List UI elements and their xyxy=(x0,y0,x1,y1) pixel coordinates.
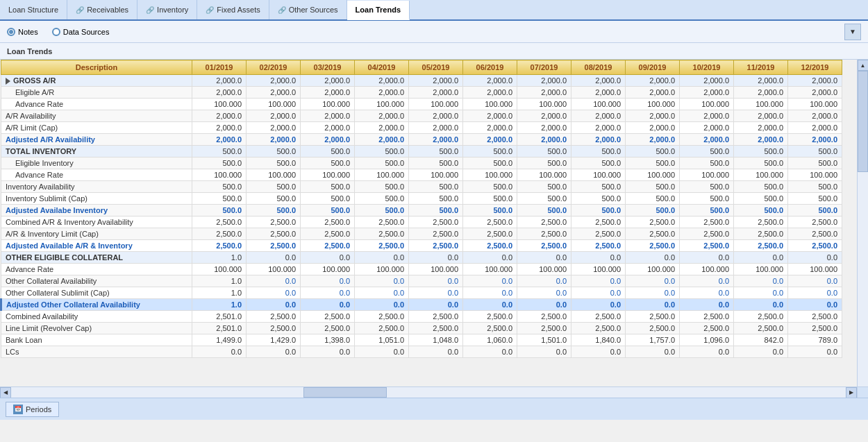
table-row[interactable]: Advance Rate100.000100.000100.000100.000… xyxy=(1,264,842,275)
table-row[interactable]: Line Limit (Revolver Cap)2,501.02,500.02… xyxy=(1,323,842,334)
cell-value: 2,500.0 xyxy=(355,228,409,240)
table-row[interactable]: Bank Loan1,499.01,429.01,398.01,051.01,0… xyxy=(1,334,842,346)
table-row[interactable]: Combined Availability2,501.02,500.02,500… xyxy=(1,311,842,323)
description-text: Advance Rate xyxy=(15,171,63,179)
scroll-up-button[interactable]: ▲ xyxy=(858,60,869,71)
scroll-thumb-horizontal[interactable] xyxy=(303,387,387,398)
cell-value: 500.0 xyxy=(626,205,680,216)
table-row[interactable]: TOTAL INVENTORY500.0500.0500.0500.0500.0… xyxy=(1,146,842,158)
table-row[interactable]: Inventory Availability500.0500.0500.0500… xyxy=(1,181,842,193)
expand-arrow-icon[interactable] xyxy=(6,78,10,85)
description-text: Other Collateral Availability xyxy=(6,277,97,285)
table-row[interactable]: Other Collateral Availability1.00.00.00.… xyxy=(1,275,842,287)
cell-value: 100.000 xyxy=(734,169,788,181)
table-row[interactable]: Adjusted A/R Availability2,000.02,000.02… xyxy=(1,134,842,146)
tab-receivables[interactable]: 🔗 Receivables xyxy=(67,0,137,19)
vertical-scrollbar[interactable]: ▲ ▼ xyxy=(857,60,868,420)
cell-description: Adjusted Other Collateral Availability xyxy=(1,299,192,311)
cell-value: 100.000 xyxy=(301,169,355,181)
cell-value: 1,051.0 xyxy=(355,334,409,346)
periods-button[interactable]: 📅 Periods xyxy=(6,402,59,417)
cell-value: 500.0 xyxy=(409,146,463,158)
cell-value: 2,500.0 xyxy=(247,323,301,334)
cell-value: 1,096.0 xyxy=(680,334,734,346)
cell-value: 2,500.0 xyxy=(734,311,788,323)
cell-value: 2,500.0 xyxy=(626,228,680,240)
data-sources-radio[interactable]: Data Sources xyxy=(52,28,110,36)
cell-value: 1,429.0 xyxy=(247,334,301,346)
table-row[interactable]: GROSS A/R2,000.02,000.02,000.02,000.02,0… xyxy=(1,75,842,87)
dropdown-button[interactable]: ▼ xyxy=(844,24,861,40)
scroll-left-button[interactable]: ◀ xyxy=(0,387,11,398)
periods-label: Periods xyxy=(26,405,51,414)
cell-value: 0.0 xyxy=(517,299,571,311)
cell-value: 2,500.0 xyxy=(571,228,626,240)
cell-value: 2,501.0 xyxy=(192,311,247,323)
scroll-right-button[interactable]: ▶ xyxy=(846,387,857,398)
table-row[interactable]: Adjusted Availabe Inventory500.0500.0500… xyxy=(1,205,842,216)
cell-value: 2,500.0 xyxy=(192,228,247,240)
tab-inventory[interactable]: 🔗 Inventory xyxy=(137,0,197,19)
table-row[interactable]: Adjusted Available A/R & Inventory2,500.… xyxy=(1,240,842,252)
table-row[interactable]: Advance Rate100.000100.000100.000100.000… xyxy=(1,169,842,181)
table-row[interactable]: A/R & Inventory Limit (Cap)2,500.02,500.… xyxy=(1,228,842,240)
cell-value: 0.0 xyxy=(517,275,571,287)
table-row[interactable]: Eligible A/R2,000.02,000.02,000.02,000.0… xyxy=(1,87,842,99)
cell-description: GROSS A/R xyxy=(1,75,192,87)
bottom-bar: 📅 Periods xyxy=(0,398,868,420)
table-row[interactable]: Adjusted Other Collateral Availability1.… xyxy=(1,299,842,311)
calendar-icon: 📅 xyxy=(13,405,23,414)
cell-value: 500.0 xyxy=(626,158,680,169)
table-row[interactable]: Advance Rate100.000100.000100.000100.000… xyxy=(1,99,842,110)
cell-value: 2,500.0 xyxy=(734,240,788,252)
cell-value: 1.0 xyxy=(192,287,247,299)
table-row[interactable]: Inventory Sublimit (Cap)500.0500.0500.05… xyxy=(1,193,842,205)
cell-value: 2,000.0 xyxy=(247,87,301,99)
cell-value: 2,000.0 xyxy=(409,87,463,99)
cell-value: 2,500.0 xyxy=(463,240,517,252)
cell-value: 2,500.0 xyxy=(463,228,517,240)
cell-value: 0.0 xyxy=(734,299,788,311)
cell-value: 2,500.0 xyxy=(788,240,842,252)
cell-description: Inventory Sublimit (Cap) xyxy=(1,193,192,205)
cell-value: 2,500.0 xyxy=(571,216,626,228)
cell-value: 100.000 xyxy=(517,169,571,181)
cell-value: 2,500.0 xyxy=(192,216,247,228)
cell-value: 100.000 xyxy=(517,264,571,275)
cell-value: 0.0 xyxy=(680,287,734,299)
scroll-thumb-vertical[interactable] xyxy=(858,71,868,172)
cell-value: 2,000.0 xyxy=(517,134,571,146)
cell-value: 1,499.0 xyxy=(192,334,247,346)
table-row[interactable]: Other Collateral Sublimit (Cap)1.00.00.0… xyxy=(1,287,842,299)
cell-value: 0.0 xyxy=(571,275,626,287)
cell-value: 2,000.0 xyxy=(463,110,517,122)
cell-value: 0.0 xyxy=(626,275,680,287)
cell-value: 2,500.0 xyxy=(301,228,355,240)
table-container[interactable]: Description 01/2019 02/2019 03/2019 04/2… xyxy=(0,60,868,420)
cell-value: 500.0 xyxy=(409,193,463,205)
cell-value: 500.0 xyxy=(571,205,626,216)
tab-fixed-assets[interactable]: 🔗 Fixed Assets xyxy=(197,0,269,19)
horizontal-scrollbar[interactable]: ◀ ▶ xyxy=(0,386,857,398)
cell-value: 500.0 xyxy=(788,193,842,205)
cell-value: 100.000 xyxy=(192,169,247,181)
table-row[interactable]: LCs0.00.00.00.00.00.00.00.00.00.00.00.0 xyxy=(1,346,842,358)
tab-loan-structure[interactable]: Loan Structure xyxy=(0,0,67,19)
tab-loan-trends[interactable]: Loan Trends xyxy=(347,1,410,20)
table-row[interactable]: A/R Availability2,000.02,000.02,000.02,0… xyxy=(1,110,842,122)
cell-value: 2,000.0 xyxy=(626,110,680,122)
cell-value: 500.0 xyxy=(192,146,247,158)
tab-other-sources[interactable]: 🔗 Other Sources xyxy=(269,0,347,19)
cell-value: 2,000.0 xyxy=(734,75,788,87)
notes-radio[interactable]: Notes xyxy=(7,28,38,36)
loan-trends-label: Loan Trends xyxy=(356,6,401,14)
table-row[interactable]: Eligible Inventory500.0500.0500.0500.050… xyxy=(1,158,842,169)
description-text: Eligible Inventory xyxy=(15,159,74,167)
cell-value: 1.0 xyxy=(192,275,247,287)
table-row[interactable]: A/R Limit (Cap)2,000.02,000.02,000.02,00… xyxy=(1,122,842,134)
table-row[interactable]: OTHER ELIGIBLE COLLATERAL1.00.00.00.00.0… xyxy=(1,252,842,264)
table-row[interactable]: Combined A/R & Inventory Availability2,5… xyxy=(1,216,842,228)
description-text: Advance Rate xyxy=(6,265,53,273)
cell-value: 2,500.0 xyxy=(301,216,355,228)
description-text: GROSS A/R xyxy=(13,76,56,85)
